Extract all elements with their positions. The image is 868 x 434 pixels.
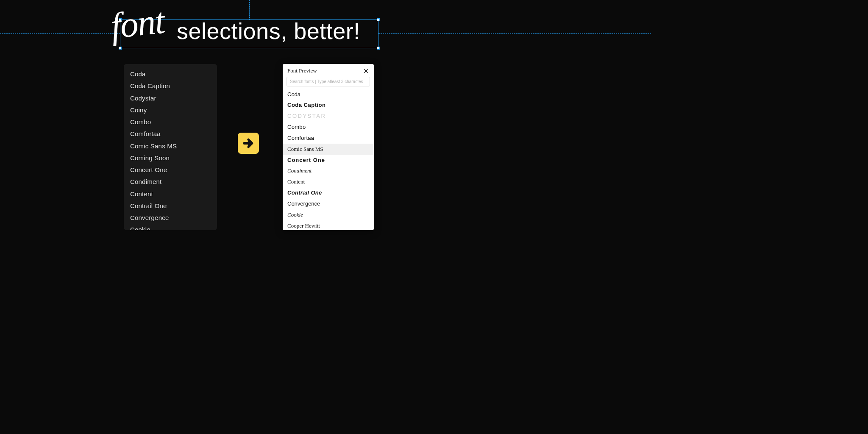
svg-rect-0 — [244, 142, 249, 145]
font-preview-title: Font Preview — [287, 67, 317, 74]
font-list-item-label: Coda Caption — [130, 82, 170, 89]
font-list-item-label: Codystar — [130, 95, 156, 102]
font-preview-item[interactable]: Comic Sans MS — [283, 144, 374, 155]
font-list-item[interactable]: Coming Soon — [124, 152, 217, 164]
font-preview-item-label: Combo — [287, 124, 306, 130]
font-list-item-label: Contrail One — [130, 202, 167, 209]
font-preview-list: CodaCoda CaptionCODYSTARComboComfortaaCo… — [283, 89, 374, 230]
font-list-item[interactable]: Coda Caption — [124, 80, 217, 92]
close-button[interactable] — [362, 67, 369, 74]
font-list-item[interactable]: Content — [124, 188, 217, 200]
font-list-item-label: Comic Sans MS — [130, 142, 177, 150]
hero-title-script: font — [109, 3, 166, 45]
font-preview-item-label: Condiment — [287, 167, 312, 174]
font-search-input[interactable] — [287, 77, 370, 86]
selection-guide — [378, 33, 651, 34]
font-list-item[interactable]: Coda — [124, 68, 217, 80]
font-list-item[interactable]: Convergence — [124, 212, 217, 224]
font-preview-item-label: Content — [287, 178, 305, 185]
font-list-item-label: Coming Soon — [130, 154, 170, 161]
font-list-item-label: Combo — [130, 118, 151, 125]
font-list-item-label: Coda — [130, 70, 146, 78]
hero-title-sans: selections, better! — [177, 18, 360, 44]
font-preview-item[interactable]: Cookie — [283, 209, 374, 220]
font-list-item-label: Concert One — [130, 166, 167, 173]
font-preview-item[interactable]: Convergence — [283, 198, 374, 209]
font-preview-item-label: Convergence — [287, 200, 320, 207]
font-preview-item[interactable]: Condiment — [283, 166, 374, 177]
font-preview-item-label: Cookie — [287, 211, 303, 218]
arrow-icon — [238, 133, 259, 154]
font-list-item-label: Coiny — [130, 106, 147, 114]
font-preview-item-label: CODYSTAR — [287, 113, 326, 119]
font-list-item[interactable]: Contrail One — [124, 200, 217, 212]
font-list-item[interactable]: Combo — [124, 116, 217, 128]
selection-guide — [249, 0, 250, 20]
font-preview-item-label: Comic Sans MS — [287, 146, 323, 152]
font-list-item[interactable]: Comfortaa — [124, 128, 217, 140]
font-preview-item[interactable]: Contrail One — [283, 188, 374, 199]
font-preview-item-label: Coda Caption — [287, 102, 326, 108]
font-preview-item[interactable]: Cooper Hewitt — [283, 220, 374, 230]
font-preview-panel: Font Preview CodaCoda CaptionCODYSTARCom… — [283, 64, 374, 230]
font-preview-item[interactable]: Coda — [283, 89, 374, 100]
font-preview-item[interactable]: Concert One — [283, 155, 374, 166]
font-preview-item[interactable]: Content — [283, 177, 374, 188]
font-list-before: CodaCoda CaptionCodystarCoinyComboComfor… — [124, 64, 217, 230]
font-preview-item[interactable]: Combo — [283, 122, 374, 133]
font-preview-item[interactable]: Comfortaa — [283, 133, 374, 144]
close-icon — [363, 68, 369, 74]
font-preview-item[interactable]: Coda Caption — [283, 100, 374, 111]
selection-guide — [0, 33, 120, 34]
font-list-item-label: Condiment — [130, 178, 161, 185]
font-list-item[interactable]: Comic Sans MS — [124, 140, 217, 152]
font-preview-item-label: Cooper Hewitt — [287, 223, 320, 229]
font-list-item[interactable]: Codystar — [124, 92, 217, 104]
font-preview-item-label: Concert One — [287, 157, 325, 163]
font-list-item-label: Comfortaa — [130, 130, 161, 137]
font-list-item[interactable]: Cookie — [124, 224, 217, 230]
font-preview-item-label: Comfortaa — [287, 135, 314, 141]
font-preview-header: Font Preview — [283, 64, 374, 77]
font-list-item-label: Cookie — [130, 226, 150, 230]
font-preview-item[interactable]: CODYSTAR — [283, 111, 374, 122]
hero-title: font selections, better! — [120, 19, 378, 48]
font-preview-item-label: Contrail One — [287, 189, 322, 196]
font-preview-item-label: Coda — [287, 91, 300, 97]
font-list-item-label: Convergence — [130, 214, 169, 221]
font-list-item[interactable]: Concert One — [124, 164, 217, 176]
font-list-item[interactable]: Coiny — [124, 104, 217, 116]
font-list-item-label: Content — [130, 190, 153, 198]
font-list-item[interactable]: Condiment — [124, 176, 217, 188]
